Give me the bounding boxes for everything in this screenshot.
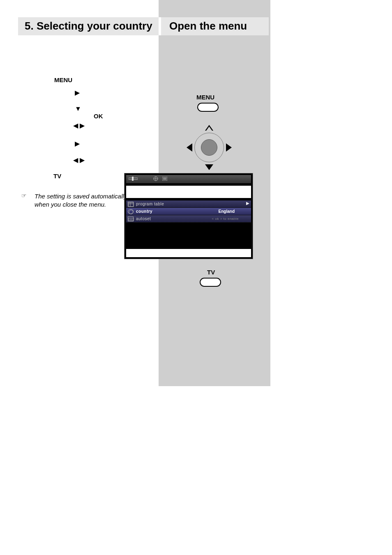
osd-row-hint: < ok > to enable — [212, 217, 239, 221]
autoset-icon — [128, 216, 134, 221]
dpad-right-icon[interactable] — [226, 143, 232, 152]
dpad-down-icon[interactable] — [205, 164, 213, 170]
dpad[interactable] — [191, 129, 228, 166]
menu-button-label: MENU — [196, 94, 214, 101]
arrow-right-icon: ▶ — [75, 140, 80, 147]
svg-rect-1 — [132, 177, 134, 181]
osd-row-program-table[interactable]: program table ▶ — [126, 200, 251, 208]
tv-label: TV — [53, 173, 61, 180]
dpad-center-button[interactable] — [201, 139, 217, 156]
arrow-down-icon: ▼ — [75, 105, 81, 113]
osd-whitebar-bottom — [126, 249, 251, 257]
osd-row-label: autoset — [136, 216, 151, 221]
arrow-left-right-icon: ◀ ▶ — [73, 156, 85, 164]
section-title: 5. Selecting your country — [25, 20, 156, 32]
osd-row-label: program table — [136, 202, 164, 206]
osd-row-country[interactable]: country England — [126, 208, 251, 215]
chevron-right-icon: ▶ — [246, 201, 249, 205]
menu-button[interactable] — [197, 103, 219, 112]
program-table-icon — [128, 202, 134, 207]
osd-menu-screenshot: program table ▶ country England autoset … — [124, 173, 253, 259]
osd-row-label: country — [136, 209, 152, 214]
menu-label: MENU — [54, 76, 72, 83]
osd-rows: program table ▶ country England autoset … — [126, 200, 251, 223]
pointing-hand-icon: ☞ — [21, 192, 27, 199]
arrow-right-icon: ▶ — [75, 89, 80, 97]
osd-row-value: England — [219, 209, 235, 214]
note-text: The setting is saved automatically when … — [35, 192, 129, 208]
osd-row-autoset[interactable]: autoset < ok > to enable — [126, 215, 251, 223]
globe-icon — [128, 209, 134, 214]
osd-topbar — [126, 175, 251, 183]
arrow-left-right-icon: ◀ ▶ — [73, 122, 85, 129]
svg-rect-7 — [129, 203, 134, 207]
osd-slider-icon — [129, 176, 138, 182]
tv-button[interactable] — [200, 278, 221, 287]
svg-point-10 — [129, 210, 133, 214]
tv-button-label: TV — [207, 269, 215, 276]
dpad-up-outline — [206, 127, 212, 131]
osd-globe-icon — [153, 176, 158, 182]
osd-whitebar-top — [126, 186, 251, 198]
osd-list-icon — [162, 177, 167, 182]
dpad-left-icon[interactable] — [187, 143, 192, 152]
right-subtitle: Open the menu — [169, 20, 247, 32]
header-divider — [159, 17, 161, 35]
ok-label: OK — [94, 113, 103, 120]
